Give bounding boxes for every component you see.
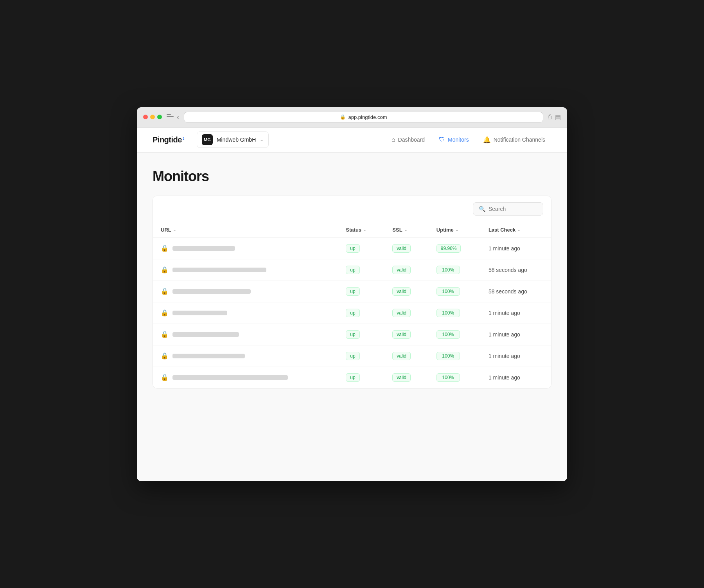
- ssl-cell-7: valid: [384, 367, 428, 388]
- ssl-lock-icon: 🔒: [161, 331, 169, 338]
- status-cell-1: up: [338, 237, 384, 259]
- settings-icon[interactable]: ▤: [555, 113, 561, 121]
- table-row[interactable]: 🔒 up valid 100% 1 minute ago: [153, 302, 551, 324]
- table-row[interactable]: 🔒 up valid 100% 1 minute ago: [153, 345, 551, 367]
- org-selector[interactable]: MG Mindweb GmbH ⌄: [197, 131, 269, 148]
- sort-icon-ssl: ⌄: [404, 228, 407, 232]
- uptime-cell-4: 100%: [429, 302, 481, 324]
- url-cell-5: 🔒: [153, 324, 338, 345]
- shield-icon: 🛡: [439, 136, 445, 143]
- nav-bar: Pingtide MG Mindweb GmbH ⌄ ⌂ Dashboard 🛡: [137, 128, 567, 153]
- search-input[interactable]: [488, 206, 537, 212]
- main-content: Monitors 🔍 URL: [137, 153, 567, 481]
- maximize-button[interactable]: [157, 115, 162, 119]
- ssl-lock-icon: 🔒: [161, 309, 169, 316]
- last-check-text: 1 minute ago: [488, 353, 520, 359]
- table-row[interactable]: 🔒 up valid 99.96% 1 minute ago: [153, 237, 551, 259]
- status-cell-5: up: [338, 324, 384, 345]
- back-button[interactable]: ‹: [177, 113, 179, 120]
- ssl-cell-1: valid: [384, 237, 428, 259]
- nav-link-notifications[interactable]: 🔔 Notification Channels: [477, 133, 551, 147]
- share-icon[interactable]: ⎙: [548, 113, 552, 121]
- ssl-cell-4: valid: [384, 302, 428, 324]
- nav-links: ⌂ Dashboard 🛡 Monitors 🔔 Notification Ch…: [385, 133, 551, 147]
- sort-icon-url: ⌄: [173, 228, 176, 232]
- table-header: URL ⌄ Status ⌄: [153, 222, 551, 238]
- table-row[interactable]: 🔒 up valid 100% 1 minute ago: [153, 367, 551, 388]
- table-row[interactable]: 🔒 up valid 100% 58 seconds ago: [153, 259, 551, 281]
- uptime-badge: 100%: [436, 373, 460, 382]
- ssl-lock-icon: 🔒: [161, 266, 169, 273]
- org-avatar: MG: [202, 134, 213, 145]
- ssl-lock-icon: 🔒: [161, 352, 169, 360]
- minimize-button[interactable]: [150, 115, 155, 119]
- chevron-down-icon: ⌄: [260, 137, 264, 142]
- search-box[interactable]: 🔍: [473, 202, 543, 216]
- ssl-cell-3: valid: [384, 281, 428, 302]
- ssl-badge: valid: [392, 244, 411, 253]
- app-content: Pingtide MG Mindweb GmbH ⌄ ⌂ Dashboard 🛡: [137, 128, 567, 481]
- url-cell-6: 🔒: [153, 345, 338, 367]
- last-check-text: 1 minute ago: [488, 331, 520, 338]
- url-cell-7: 🔒: [153, 367, 338, 388]
- last-check-cell-3: 58 seconds ago: [481, 281, 551, 302]
- nav-notifications-label: Notification Channels: [494, 137, 545, 143]
- sidebar-toggle-button[interactable]: [167, 114, 174, 120]
- url-blur-5: [172, 332, 239, 337]
- browser-window: ‹ 🔒 app.pingtide.com ⎙ ▤ Pingtide MG Min…: [137, 107, 567, 481]
- ssl-badge: valid: [392, 330, 411, 339]
- last-check-text: 1 minute ago: [488, 310, 520, 316]
- status-badge: up: [346, 309, 359, 317]
- uptime-cell-1: 99.96%: [429, 237, 481, 259]
- sort-icon-last-check: ⌄: [517, 228, 520, 232]
- nav-link-monitors[interactable]: 🛡 Monitors: [433, 133, 475, 146]
- url-cell-4: 🔒: [153, 302, 338, 324]
- ssl-badge: valid: [392, 287, 411, 296]
- ssl-lock-icon: 🔒: [161, 374, 169, 381]
- url-cell-3: 🔒: [153, 281, 338, 302]
- browser-actions: ⎙ ▤: [548, 113, 561, 121]
- last-check-cell-2: 58 seconds ago: [481, 259, 551, 281]
- last-check-text: 1 minute ago: [488, 245, 520, 252]
- nav-link-dashboard[interactable]: ⌂ Dashboard: [385, 133, 431, 146]
- ssl-badge: valid: [392, 266, 411, 274]
- last-check-cell-7: 1 minute ago: [481, 367, 551, 388]
- table-toolbar: 🔍: [153, 196, 551, 222]
- uptime-cell-6: 100%: [429, 345, 481, 367]
- col-header-status: Status ⌄: [338, 222, 384, 238]
- table-row[interactable]: 🔒 up valid 100% 1 minute ago: [153, 324, 551, 345]
- uptime-badge: 99.96%: [436, 244, 461, 253]
- uptime-cell-7: 100%: [429, 367, 481, 388]
- url-blur-6: [172, 354, 245, 358]
- uptime-cell-3: 100%: [429, 281, 481, 302]
- nav-monitors-label: Monitors: [448, 137, 469, 143]
- browser-controls: ‹: [167, 113, 179, 120]
- sort-icon-status: ⌄: [363, 228, 366, 232]
- ssl-cell-6: valid: [384, 345, 428, 367]
- table-body: 🔒 up valid 99.96% 1 minute ago 🔒 up vali…: [153, 237, 551, 388]
- logo-signal-icon: [183, 137, 184, 140]
- uptime-badge: 100%: [436, 352, 460, 360]
- url-cell-2: 🔒: [153, 259, 338, 281]
- url-blur-2: [172, 268, 266, 272]
- last-check-cell-4: 1 minute ago: [481, 302, 551, 324]
- traffic-lights: [143, 115, 162, 119]
- status-badge: up: [346, 352, 359, 360]
- url-blur-4: [172, 311, 227, 315]
- monitors-table-container: 🔍 URL ⌄: [153, 196, 551, 388]
- org-name: Mindweb GmbH: [217, 137, 256, 143]
- uptime-badge: 100%: [436, 287, 460, 296]
- status-badge: up: [346, 373, 359, 382]
- close-button[interactable]: [143, 115, 148, 119]
- uptime-cell-5: 100%: [429, 324, 481, 345]
- monitors-table: URL ⌄ Status ⌄: [153, 222, 551, 388]
- url-blur-1: [172, 246, 235, 251]
- uptime-badge: 100%: [436, 309, 460, 317]
- status-cell-6: up: [338, 345, 384, 367]
- address-bar[interactable]: 🔒 app.pingtide.com: [184, 112, 543, 122]
- last-check-text: 58 seconds ago: [488, 288, 527, 295]
- app-logo: Pingtide: [153, 135, 184, 144]
- sort-icon-uptime: ⌄: [455, 228, 458, 232]
- table-row[interactable]: 🔒 up valid 100% 58 seconds ago: [153, 281, 551, 302]
- url-blur-7: [172, 375, 288, 380]
